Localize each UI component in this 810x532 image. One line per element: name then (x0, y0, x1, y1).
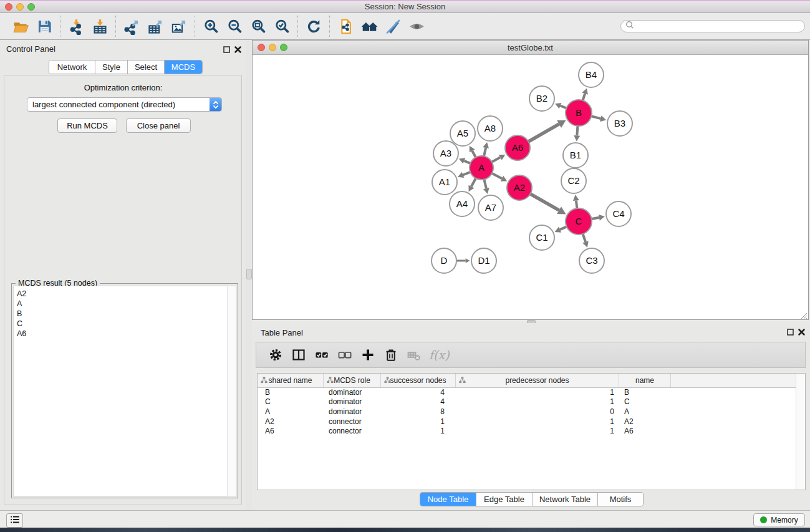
graph-node-C[interactable]: C (566, 208, 592, 235)
graph-node-A8[interactable]: A8 (478, 116, 503, 141)
svg-text:A7: A7 (485, 202, 496, 213)
run-mcds-button[interactable]: Run MCDS (57, 118, 117, 133)
column-header-shared-name[interactable]: shared name (258, 374, 324, 387)
graph-node-A3[interactable]: A3 (433, 141, 458, 166)
table-row[interactable]: Cdominator41C (258, 397, 796, 407)
export-network-icon[interactable] (120, 16, 143, 37)
table-cell: A (619, 407, 671, 416)
select-none-icon[interactable] (333, 344, 356, 365)
open-session-icon[interactable] (9, 16, 32, 37)
select-stepper-icon (210, 98, 221, 111)
graph-node-C3[interactable]: C3 (579, 248, 604, 273)
zoom-in-icon[interactable] (199, 16, 223, 37)
graph-node-A[interactable]: A (470, 156, 493, 180)
graph-node-B2[interactable]: B2 (529, 86, 554, 111)
column-header-successor-nodes[interactable]: successor nodes (381, 374, 456, 387)
column-header-name[interactable]: name (619, 374, 671, 387)
graph-node-B4[interactable]: B4 (579, 62, 604, 87)
table-scrollbar[interactable] (796, 374, 805, 490)
hide-annotations-icon[interactable] (381, 16, 405, 37)
graph-node-A1[interactable]: A1 (432, 170, 457, 195)
table-row[interactable]: A6connector11A6 (258, 426, 796, 436)
result-item[interactable]: A2 (17, 289, 228, 299)
delete-column-icon[interactable] (379, 344, 402, 365)
network-canvas[interactable]: B4B2BB3A8A5A6A3B1AC2A1A2A4A7C4CC1C3DD1 (253, 54, 808, 319)
close-panel-button[interactable]: Close panel (126, 118, 191, 133)
tab-node-table[interactable]: Node Table (420, 493, 476, 506)
graph-node-B[interactable]: B (566, 100, 592, 126)
criterion-select[interactable]: largest connected component (directed) (27, 97, 222, 112)
session-list-button[interactable] (6, 513, 23, 528)
tab-style[interactable]: Style (95, 60, 128, 74)
resize-grip-icon[interactable] (799, 311, 808, 319)
vertical-splitter[interactable] (246, 40, 252, 510)
graph-node-B3[interactable]: B3 (607, 111, 632, 136)
hierarchy-icon (384, 377, 391, 385)
graph-node-A5[interactable]: A5 (450, 121, 475, 146)
select-all-checked-icon[interactable] (310, 344, 333, 365)
tab-network-table[interactable]: Network Table (533, 493, 598, 506)
column-header-MCDS-role[interactable]: MCDS role (324, 374, 381, 387)
graph-node-A2[interactable]: A2 (507, 175, 532, 200)
mcds-result-list[interactable]: A2ABCA6 (13, 286, 228, 496)
table-row[interactable]: A2connector11A2 (258, 417, 796, 427)
save-session-icon[interactable] (32, 16, 56, 37)
table-row[interactable]: Bdominator41B (258, 387, 796, 397)
export-table-icon[interactable] (143, 16, 167, 37)
import-table-icon[interactable] (88, 16, 112, 37)
table-cell: connector (324, 427, 381, 435)
result-item[interactable]: A (17, 299, 228, 309)
main-toolbar (0, 13, 810, 40)
graph-node-C1[interactable]: C1 (529, 225, 554, 250)
toolbar-group (195, 16, 297, 37)
column-header-predecessor-nodes[interactable]: predecessor nodes (456, 374, 619, 387)
table-row[interactable]: Adominator80A (258, 407, 796, 417)
float-panel-icon[interactable] (223, 45, 231, 54)
result-item[interactable]: C (17, 319, 228, 329)
add-column-icon[interactable] (356, 344, 379, 365)
graph-node-C4[interactable]: C4 (606, 201, 631, 226)
search-input[interactable] (620, 20, 805, 32)
graph-node-D[interactable]: D (432, 248, 456, 273)
graph-node-A4[interactable]: A4 (450, 191, 475, 216)
import-network-icon[interactable] (64, 16, 88, 37)
home-icon[interactable] (357, 16, 381, 37)
graph-node-A7[interactable]: A7 (478, 195, 503, 220)
tab-motifs[interactable]: Motifs (598, 493, 643, 506)
column-view-icon[interactable] (287, 344, 310, 365)
close-table-panel-icon[interactable] (798, 327, 806, 336)
session-title: Session: New Session (0, 2, 810, 11)
mcds-result-box: MCDS result (5 nodes) A2ABCA6 (11, 283, 238, 498)
tab-select[interactable]: Select (128, 60, 165, 74)
splitter-grip[interactable] (246, 269, 252, 279)
tab-mcds[interactable]: MCDS (165, 60, 202, 74)
show-graphics-icon[interactable] (405, 16, 428, 37)
toolbar-group (115, 16, 195, 37)
graph-node-B1[interactable]: B1 (563, 143, 588, 168)
svg-text:A8: A8 (485, 123, 496, 133)
zoom-fit-icon[interactable] (246, 16, 270, 37)
svg-text:C3: C3 (586, 255, 597, 266)
graph-node-A6[interactable]: A6 (505, 135, 530, 160)
zoom-out-icon[interactable] (223, 16, 246, 37)
zoom-selected-icon[interactable] (270, 16, 294, 37)
refresh-icon[interactable] (302, 16, 325, 37)
new-network-doc-icon[interactable] (334, 16, 357, 37)
close-panel-icon[interactable] (234, 45, 243, 54)
result-item[interactable]: A6 (17, 329, 228, 339)
tab-network[interactable]: Network (49, 60, 95, 74)
float-table-panel-icon[interactable] (786, 327, 795, 336)
result-item[interactable]: B (17, 309, 228, 319)
table-cell: A6 (619, 427, 671, 435)
memory-button[interactable]: Memory (753, 513, 805, 526)
settings-gear-icon[interactable] (264, 344, 287, 365)
result-scrollbar[interactable] (227, 286, 236, 496)
export-image-icon[interactable] (167, 16, 191, 37)
graph-node-D1[interactable]: D1 (471, 248, 496, 273)
table-cell: 1 (456, 427, 619, 435)
network-view-window: testGlobe.txt B4B2BB3A8A5A6A3B1AC2A1A2A4… (252, 40, 809, 320)
hierarchy-icon (261, 377, 268, 385)
graph-node-C2[interactable]: C2 (561, 168, 586, 193)
tab-edge-table[interactable]: Edge Table (476, 493, 533, 506)
svg-text:D: D (441, 255, 448, 266)
